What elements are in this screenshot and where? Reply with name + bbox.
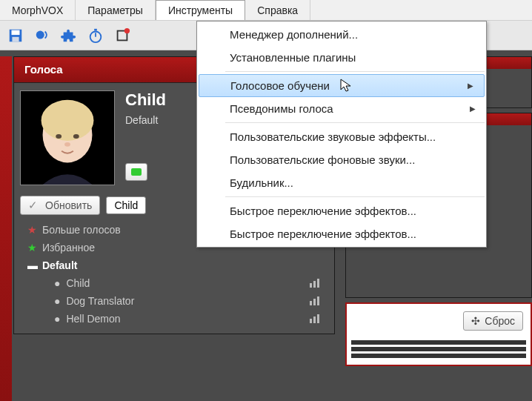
dd-label: Пользовательские фоновые звуки... [230,153,415,166]
dd-label: Быстрое переключение эффектов... [230,228,416,240]
red-edge [0,56,12,401]
list-item-label: Hell Demon [66,313,120,325]
dd-label: Голосовое обучени [230,79,330,92]
dd-label: Пользовательские звуковые эффекты... [230,130,436,143]
star-icon: ★ [27,224,36,236]
slider-track[interactable] [351,354,526,358]
target-icon: ✣ [471,315,480,327]
dd-label: Менеджер дополнений... [230,28,358,41]
dd-separator [225,196,485,197]
menu-help[interactable]: Справка [245,0,310,20]
star-icon: ★ [27,242,36,253]
bullet-icon: ● [54,277,60,289]
voice-select[interactable]: Child [106,196,146,214]
svg-point-3 [36,30,44,39]
more-voices-label: Больше голосов [42,224,121,236]
dd-separator [225,71,485,72]
check-icon: ✓ [28,199,38,212]
save-icon[interactable] [4,24,27,47]
submenu-arrow-icon: ▶ [470,105,476,113]
update-label: Обновить [45,199,92,211]
list-item-label: Dog Translator [66,295,134,307]
svg-point-8 [124,27,130,33]
submenu-arrow-icon: ▶ [468,82,473,90]
signal-icon [310,279,324,288]
dd-voice-training[interactable]: Голосовое обучени ▶ [199,74,485,97]
svg-rect-5 [94,28,97,30]
menubar: MorphVOX Параметры Инструменты Справка [0,0,532,21]
dd-custom-sound-fx[interactable]: Пользовательские звуковые эффекты... [197,125,486,148]
instruments-dropdown: Менеджер дополнений... Установленные пла… [196,21,487,248]
signal-icon [310,296,324,305]
dd-separator [225,122,485,123]
svg-rect-1 [12,30,20,34]
slider-track[interactable] [351,347,526,351]
collapse-icon[interactable]: ▬ [27,259,36,271]
reset-label: Сброс [485,315,515,327]
bullet-icon: ● [54,313,60,325]
favorites-label: Избранное [42,242,95,253]
default-group-label: Default [42,259,77,271]
cursor-icon [339,78,354,93]
dd-installed-plugins[interactable]: Установленные плагины [197,46,486,69]
voice-icon[interactable] [31,24,53,47]
svg-rect-2 [12,36,19,41]
list-item[interactable]: ●Dog Translator [24,292,324,310]
menu-morphvox[interactable]: MorphVOX [0,0,76,20]
dd-label: Быстрое переключение эффектов... [230,205,416,217]
dd-custom-bg-sounds[interactable]: Пользовательские фоновые звуки... [197,148,486,171]
dd-addon-manager[interactable]: Менеджер дополнений... [197,23,486,46]
signal-icon [310,314,324,323]
reset-button[interactable]: ✣ Сброс [463,311,523,331]
list-item-label: Child [66,277,90,289]
bullet-icon: ● [54,295,60,307]
update-button[interactable]: ✓ Обновить [20,196,100,215]
slider-track[interactable] [351,340,526,345]
exit-icon[interactable] [111,24,133,47]
dd-alarm[interactable]: Будильник... [197,171,486,194]
default-group-row[interactable]: ▬ Default [24,256,324,274]
status-toggle[interactable] [125,163,147,181]
dd-label: Установленные плагины [230,51,356,64]
stopwatch-icon[interactable] [84,24,107,47]
svg-rect-15 [131,168,142,176]
svg-point-13 [73,134,79,139]
dd-quick-switch-fx-2[interactable]: Быстрое переключение эффектов... [197,222,486,245]
svg-point-11 [41,100,94,141]
avatar [20,90,115,185]
puzzle-icon[interactable] [58,24,80,47]
right-panel-3: ✣ Сброс [345,302,532,366]
svg-point-14 [64,142,70,147]
list-item[interactable]: ●Hell Demon [24,310,324,328]
list-item[interactable]: ●Child [24,274,324,292]
menu-parameters[interactable]: Параметры [76,0,156,20]
dd-voice-aliases[interactable]: Псевдонимы голоса▶ [197,97,486,120]
dd-label: Псевдонимы голоса [230,102,333,115]
dd-label: Будильник... [230,176,293,189]
menu-instruments[interactable]: Инструменты [156,0,245,20]
dd-quick-switch-fx-1[interactable]: Быстрое переключение эффектов... [197,199,486,222]
svg-point-12 [56,134,61,139]
